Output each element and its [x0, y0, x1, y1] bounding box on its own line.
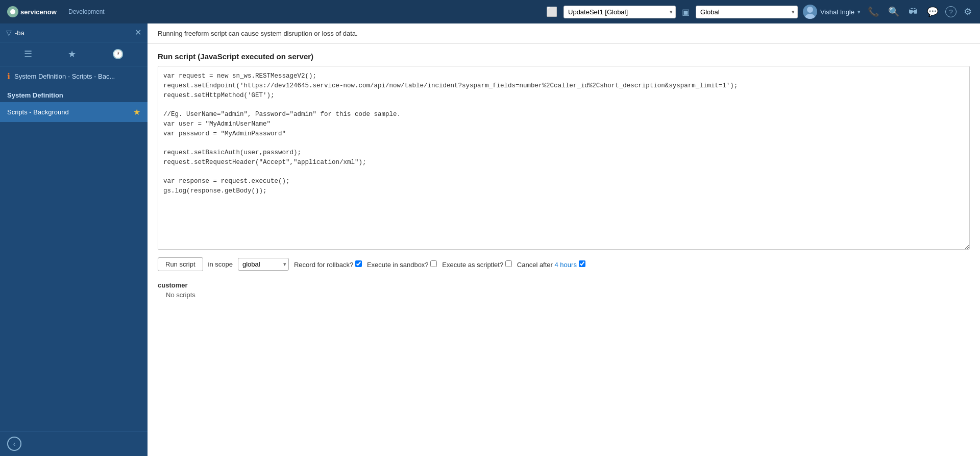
sidebar-icons-bar: ☰ ★ 🕐	[0, 42, 148, 66]
svg-text:servicenow: servicenow	[20, 8, 57, 16]
sidebar: ▽ ✕ ☰ ★ 🕐 ℹ System Definition - Scripts …	[0, 23, 148, 456]
scriptlet-label: Execute as scriptlet?	[442, 260, 512, 269]
top-header: servicenow Development ⬜ UpdateSet1 [Glo…	[0, 0, 980, 23]
scope-select-wrapper: Global	[696, 6, 798, 18]
favorite-star-icon[interactable]: ★	[133, 107, 140, 117]
results-scope: customer	[158, 281, 970, 289]
header-center: ⬜ UpdateSet1 [Global] ▣ Global	[544, 4, 798, 19]
mobile-icon[interactable]: ⬜	[544, 4, 559, 19]
active-nav-item[interactable]: Scripts - Background ★	[0, 102, 148, 122]
main-content: Running freeform script can cause system…	[148, 23, 980, 456]
sidebar-footer: ‹	[0, 431, 148, 456]
user-area[interactable]: Vishal Ingle ▾	[803, 5, 861, 19]
content-area: Run script (JavaScript executed on serve…	[148, 44, 980, 307]
glasses-icon[interactable]: 🕶	[906, 5, 920, 19]
cancel-checkbox[interactable]	[579, 260, 585, 267]
phone-icon[interactable]: 📞	[866, 4, 881, 19]
svg-point-4	[805, 14, 815, 19]
info-icon: ℹ	[7, 71, 10, 81]
sandbox-checkbox[interactable]	[430, 260, 437, 267]
collapse-sidebar-button[interactable]: ‹	[7, 437, 21, 451]
update-set-wrapper: UpdateSet1 [Global]	[564, 6, 676, 18]
record-rollback-checkbox[interactable]	[355, 260, 362, 267]
script-editor[interactable]	[158, 66, 970, 250]
run-controls: Run script in scope global customer Reco…	[158, 257, 970, 271]
search-icon[interactable]: 🔍	[886, 4, 901, 19]
cancel-hours-link[interactable]: 4 hours	[555, 261, 577, 269]
recent-nav-item[interactable]: ℹ System Definition - Scripts - Bac...	[0, 66, 148, 86]
user-avatar	[803, 5, 817, 19]
user-name: Vishal Ingle	[820, 8, 854, 16]
warning-text: Running freeform script can cause system…	[158, 30, 358, 37]
results-section: customer No scripts	[158, 281, 970, 299]
recent-item-label: System Definition - Scripts - Bac...	[14, 73, 115, 80]
update-set-select[interactable]: UpdateSet1 [Global]	[564, 6, 676, 18]
user-dropdown-arrow: ▾	[857, 9, 861, 15]
search-input[interactable]	[15, 29, 132, 37]
chat-icon[interactable]: 💬	[925, 4, 940, 19]
sandbox-label: Execute in sandbox?	[367, 260, 437, 269]
brand: servicenow Development	[6, 5, 105, 18]
sidebar-content: ℹ System Definition - Scripts - Bac... S…	[0, 66, 148, 431]
scope-icon: ▣	[680, 5, 692, 19]
brand-logo: servicenow	[6, 5, 62, 18]
svg-point-3	[807, 7, 813, 13]
sidebar-star-icon[interactable]: ★	[64, 46, 80, 62]
scope-select[interactable]: Global	[696, 6, 798, 18]
sidebar-clock-icon[interactable]: 🕐	[108, 46, 128, 62]
cancel-label: Cancel after 4 hours	[517, 260, 585, 269]
main-layout: ▽ ✕ ☰ ★ 🕐 ℹ System Definition - Scripts …	[0, 23, 980, 456]
run-script-button[interactable]: Run script	[158, 257, 203, 271]
scope-dropdown-wrapper: global customer	[238, 258, 289, 271]
sidebar-search: ▽ ✕	[0, 23, 148, 42]
scope-dropdown[interactable]: global customer	[238, 258, 289, 271]
section-header[interactable]: System Definition	[0, 86, 148, 102]
record-rollback-label: Record for rollback?	[294, 260, 362, 269]
servicenow-logo: servicenow	[6, 5, 62, 18]
settings-icon[interactable]: ⚙	[962, 4, 974, 19]
section-title: Run script (JavaScript executed on serve…	[158, 52, 970, 61]
scriptlet-checkbox[interactable]	[505, 260, 512, 267]
filter-icon: ▽	[6, 29, 12, 37]
in-scope-label: in scope	[208, 260, 233, 268]
sidebar-menu-icon[interactable]: ☰	[20, 46, 36, 62]
header-right: Vishal Ingle ▾ 📞 🔍 🕶 💬 ? ⚙	[803, 4, 974, 19]
active-item-label: Scripts - Background	[7, 108, 69, 116]
help-icon[interactable]: ?	[945, 6, 957, 17]
search-clear-icon[interactable]: ✕	[135, 29, 141, 37]
warning-bar: Running freeform script can cause system…	[148, 23, 980, 44]
results-no-scripts: No scripts	[166, 291, 970, 299]
svg-point-1	[10, 9, 15, 14]
brand-env: Development	[68, 8, 105, 15]
